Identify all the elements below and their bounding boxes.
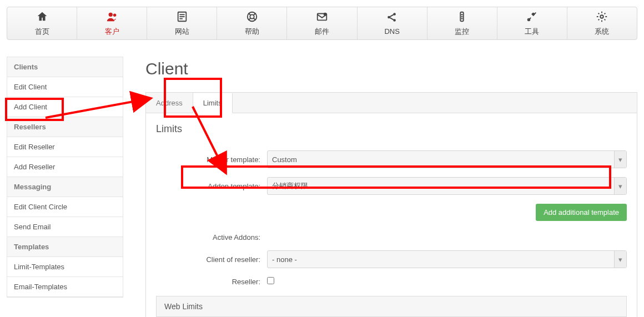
svg-point-0: [108, 12, 112, 16]
chevron-down-icon: ▾: [614, 178, 626, 194]
annotation-box-sidebar: [5, 98, 64, 121]
tools-icon: [526, 11, 538, 27]
svg-point-24: [601, 15, 604, 18]
select-addon-template-value: 分销商权限: [272, 181, 308, 191]
label-master-template: Master template:: [156, 155, 267, 164]
svg-line-17: [390, 14, 393, 17]
select-master-template[interactable]: Custom ▾: [267, 150, 627, 168]
svg-line-10: [248, 18, 250, 20]
main-content: Client AddressLimits Limits Master templ…: [123, 57, 644, 317]
life-ring-icon: [246, 11, 258, 27]
users-icon: [106, 11, 118, 27]
svg-point-13: [324, 12, 327, 16]
nav-label: 帮助: [245, 27, 259, 37]
row-reseller: Reseller:: [156, 273, 627, 290]
svg-line-9: [254, 13, 256, 15]
sidebar-item[interactable]: Add Reseller: [7, 157, 123, 177]
svg-line-11: [254, 18, 256, 20]
nav-item-life-ring[interactable]: 帮助: [217, 7, 287, 39]
svg-point-1: [113, 13, 116, 17]
label-client-of-reseller: Client of reseller:: [156, 255, 267, 264]
sidebar-heading: Messaging: [7, 177, 123, 197]
svg-point-21: [461, 16, 463, 17]
web-limits-header: Web Limits: [156, 296, 627, 317]
nav-label: 系统: [595, 27, 609, 37]
nav-label: 网站: [175, 27, 189, 37]
tabs: AddressLimits: [145, 92, 637, 113]
sidebar: ClientsEdit ClientAdd ClientResellersEdi…: [7, 57, 123, 298]
svg-line-18: [390, 18, 393, 20]
page-title: Client: [145, 59, 637, 78]
label-reseller: Reseller:: [156, 278, 267, 286]
nav-item-home[interactable]: 首页: [7, 7, 77, 39]
checkbox-reseller[interactable]: [267, 277, 274, 284]
envelope-icon: [316, 11, 328, 27]
sidebar-item[interactable]: Edit Client: [7, 77, 123, 97]
page-icon: [176, 11, 188, 27]
row-active-addons: Active Addons:: [156, 229, 627, 246]
nav-item-envelope[interactable]: 邮件: [287, 7, 357, 39]
nav-item-traffic[interactable]: 监控: [427, 7, 497, 39]
nav-label: 监控: [455, 27, 469, 37]
select-client-of-reseller[interactable]: - none - ▾: [267, 250, 627, 268]
sidebar-item[interactable]: Edit Reseller: [7, 137, 123, 157]
nav-item-tools[interactable]: 工具: [497, 7, 567, 39]
select-client-of-reseller-value: - none -: [272, 255, 297, 264]
home-icon: [36, 11, 48, 27]
row-addon-template: Addon template: 分销商权限 ▾: [156, 173, 627, 199]
traffic-icon: [456, 11, 468, 27]
share-icon: [386, 11, 398, 27]
svg-line-8: [248, 13, 250, 15]
chevron-down-icon: ▾: [614, 251, 626, 268]
sidebar-heading: Clients: [7, 57, 123, 77]
section-title: Limits: [156, 123, 627, 135]
label-active-addons: Active Addons:: [156, 233, 267, 241]
chevron-down-icon: ▾: [614, 151, 626, 168]
tab-limits[interactable]: Limits: [193, 93, 233, 113]
select-master-template-value: Custom: [272, 155, 297, 164]
row-master-template: Master template: Custom ▾: [156, 146, 627, 173]
svg-point-20: [461, 13, 463, 15]
panel-body: Limits Master template: Custom ▾ Addon t…: [145, 113, 637, 317]
row-client-of-reseller: Client of reseller: - none - ▾: [156, 246, 627, 273]
svg-point-7: [250, 14, 254, 18]
nav-item-users[interactable]: 客户: [77, 7, 147, 39]
sidebar-item[interactable]: Edit Client Circle: [7, 197, 123, 217]
sidebar-item[interactable]: Email-Templates: [7, 277, 123, 297]
nav-label: DNS: [384, 27, 399, 36]
sidebar-item[interactable]: Limit-Templates: [7, 257, 123, 277]
nav-label: 工具: [525, 27, 539, 37]
label-addon-template: Addon template:: [156, 182, 267, 190]
nav-label: 客户: [105, 27, 119, 37]
top-nav: 首页客户网站帮助邮件DNS监控工具系统: [7, 7, 637, 40]
nav-label: 邮件: [315, 27, 329, 37]
add-additional-template-button[interactable]: Add additional template: [536, 204, 627, 221]
nav-item-share[interactable]: DNS: [358, 7, 427, 39]
tab-address[interactable]: Address: [146, 93, 193, 113]
gear-icon: [596, 11, 608, 27]
svg-point-22: [461, 18, 463, 19]
nav-item-gear[interactable]: 系统: [567, 7, 637, 39]
sidebar-item[interactable]: Send Email: [7, 217, 123, 237]
nav-item-page[interactable]: 网站: [147, 7, 217, 39]
nav-label: 首页: [35, 27, 49, 37]
sidebar-heading: Templates: [7, 237, 123, 257]
select-addon-template[interactable]: 分销商权限 ▾: [267, 177, 627, 195]
